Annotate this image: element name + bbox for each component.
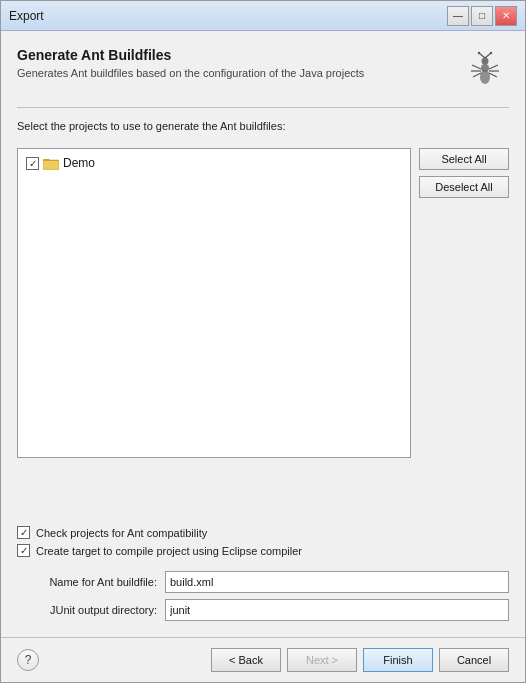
svg-line-7: [472, 65, 481, 69]
maximize-button[interactable]: □: [471, 6, 493, 26]
buildfile-row: Name for Ant buildfile:: [17, 571, 509, 593]
check-compatibility-label: Check projects for Ant compatibility: [36, 527, 207, 539]
help-button[interactable]: ?: [17, 649, 39, 671]
bottom-left: ?: [17, 649, 39, 671]
list-item: Demo: [22, 153, 406, 173]
select-all-button[interactable]: Select All: [419, 148, 509, 170]
junit-label: JUnit output directory:: [17, 604, 157, 616]
create-target-label: Create target to compile project using E…: [36, 545, 302, 557]
junit-input[interactable]: [165, 599, 509, 621]
form-section: Name for Ant buildfile: JUnit output dir…: [17, 571, 509, 621]
title-bar-left: Export: [9, 9, 44, 23]
next-button[interactable]: Next >: [287, 648, 357, 672]
check-compatibility-checkbox[interactable]: [17, 526, 30, 539]
header-divider: [17, 107, 509, 108]
page-title: Generate Ant Buildfiles: [17, 47, 364, 63]
minimize-button[interactable]: —: [447, 6, 469, 26]
demo-checkbox[interactable]: [26, 157, 39, 170]
finish-button[interactable]: Finish: [363, 648, 433, 672]
ant-svg-icon: [461, 47, 509, 95]
svg-point-0: [480, 70, 490, 84]
page-description: Generates Ant buildfiles based on the co…: [17, 67, 364, 79]
deselect-all-button[interactable]: Deselect All: [419, 176, 509, 198]
title-bar-buttons: — □ ✕: [447, 6, 517, 26]
folder-icon: [43, 155, 59, 171]
bottom-bar: ? < Back Next > Finish Cancel: [1, 637, 525, 682]
buildfile-input[interactable]: [165, 571, 509, 593]
svg-line-10: [489, 65, 498, 69]
projects-area: Demo Select All Deselect All: [17, 148, 509, 512]
project-list[interactable]: Demo: [17, 148, 411, 458]
cancel-button[interactable]: Cancel: [439, 648, 509, 672]
projects-label: Select the projects to use to generate t…: [17, 120, 509, 132]
create-target-row: Create target to compile project using E…: [17, 544, 509, 557]
header-text: Generate Ant Buildfiles Generates Ant bu…: [17, 47, 364, 79]
junit-row: JUnit output directory:: [17, 599, 509, 621]
svg-line-12: [489, 73, 497, 77]
svg-line-9: [473, 73, 481, 77]
side-buttons: Select All Deselect All: [419, 148, 509, 512]
close-button[interactable]: ✕: [495, 6, 517, 26]
export-window: Export — □ ✕ Generate Ant Buildfiles Gen…: [0, 0, 526, 683]
svg-point-5: [478, 52, 480, 54]
main-content: Generate Ant Buildfiles Generates Ant bu…: [1, 31, 525, 637]
folder-svg-icon: [43, 156, 59, 170]
header-section: Generate Ant Buildfiles Generates Ant bu…: [17, 47, 509, 95]
project-name: Demo: [63, 156, 95, 170]
buildfile-label: Name for Ant buildfile:: [17, 576, 157, 588]
svg-point-2: [482, 58, 489, 65]
back-button[interactable]: < Back: [211, 648, 281, 672]
checkboxes-section: Check projects for Ant compatibility Cre…: [17, 526, 509, 557]
svg-rect-13: [43, 160, 59, 170]
svg-point-1: [481, 64, 489, 72]
window-title: Export: [9, 9, 44, 23]
title-bar: Export — □ ✕: [1, 1, 525, 31]
create-target-checkbox[interactable]: [17, 544, 30, 557]
svg-point-6: [490, 52, 492, 54]
ant-icon: [461, 47, 509, 95]
bottom-right: < Back Next > Finish Cancel: [211, 648, 509, 672]
check-compatibility-row: Check projects for Ant compatibility: [17, 526, 509, 539]
